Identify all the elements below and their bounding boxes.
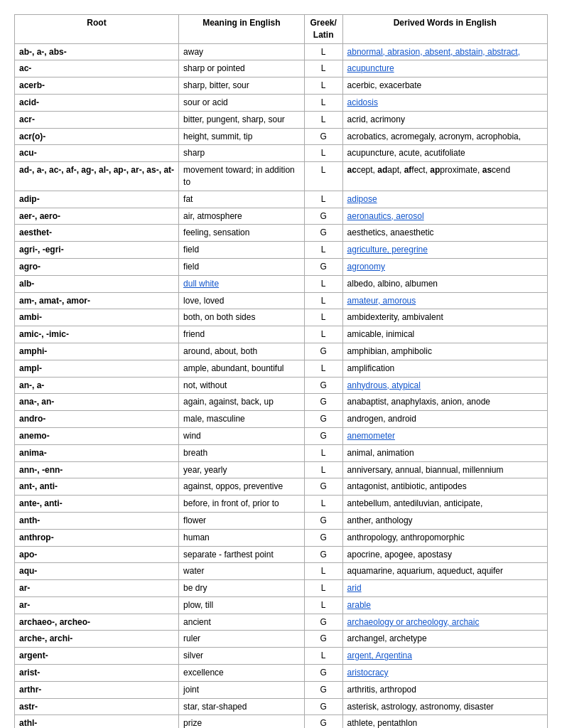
greek-latin-cell: G bbox=[304, 377, 342, 394]
derived-cell: aeronautics, aerosol bbox=[342, 208, 547, 225]
table-row: ana-, an-again, against, back, upGanabap… bbox=[15, 394, 548, 411]
derived-cell: animal, animation bbox=[342, 444, 547, 461]
table-row: anemo-windGanemometer bbox=[15, 427, 548, 444]
derived-cell: asterisk, astrology, astronomy, disaster bbox=[342, 698, 547, 715]
root-cell: agri-, -egri- bbox=[15, 242, 179, 259]
meaning-cell: field bbox=[179, 242, 305, 259]
root-cell: ad-, a-, ac-, af-, ag-, al-, ap-, ar-, a… bbox=[15, 162, 179, 191]
header-meaning: Meaning in English bbox=[179, 15, 305, 44]
table-row: ann-, -enn-year, yearlyLanniversary, ann… bbox=[15, 461, 548, 478]
root-cell: apo- bbox=[15, 546, 179, 563]
derived-cell: anthropology, anthropomorphic bbox=[342, 529, 547, 546]
table-row: am-, amat-, amor-love, lovedLamateur, am… bbox=[15, 292, 548, 309]
root-cell: aesthet- bbox=[15, 225, 179, 242]
derived-cell: acupuncture, acute, acutifoliate bbox=[342, 145, 547, 162]
root-cell: anima- bbox=[15, 444, 179, 461]
table-row: arist-excellenceGaristocracy bbox=[15, 665, 548, 682]
greek-latin-cell: G bbox=[304, 529, 342, 546]
derived-cell: acrid, acrimony bbox=[342, 111, 547, 128]
meaning-cell: feeling, sensation bbox=[179, 225, 305, 242]
table-row: amic-, -imic-friendLamicable, inimical bbox=[15, 326, 548, 343]
derived-cell: arable bbox=[342, 596, 547, 614]
derived-cell: acidosis bbox=[342, 94, 547, 111]
derived-cell: athlete, pentathlon bbox=[342, 715, 547, 728]
table-row: agri-, -egri-fieldLagriculture, peregrin… bbox=[15, 242, 548, 259]
greek-latin-cell: L bbox=[304, 94, 342, 111]
table-row: agro-fieldGagronomy bbox=[15, 258, 548, 275]
table-row: arthr-jointGarthritis, arthropod bbox=[15, 681, 548, 698]
table-row: ant-, anti-against, oppos, preventiveGan… bbox=[15, 478, 548, 496]
derived-cell: antagonist, antibiotic, antipodes bbox=[342, 478, 547, 496]
root-cell: acerb- bbox=[15, 77, 179, 95]
table-row: adip-fatLadipose bbox=[15, 191, 548, 208]
header-derived: Derived Words in English bbox=[342, 15, 547, 44]
derived-cell: amphibian, amphibolic bbox=[342, 343, 547, 360]
table-row: ampl-ample, abundant, bountifulLamplific… bbox=[15, 360, 548, 377]
greek-latin-cell: G bbox=[304, 512, 342, 529]
derived-cell: aesthetics, anaesthetic bbox=[342, 225, 547, 242]
greek-latin-cell: G bbox=[304, 478, 342, 496]
greek-latin-cell: G bbox=[304, 546, 342, 563]
greek-latin-cell: L bbox=[304, 191, 342, 208]
root-cell: am-, amat-, amor- bbox=[15, 292, 179, 309]
derived-cell: apocrine, apogee, apostasy bbox=[342, 546, 547, 563]
meaning-cell: breath bbox=[179, 444, 305, 461]
root-cell: ante-, anti- bbox=[15, 496, 179, 513]
root-cell: argent- bbox=[15, 648, 179, 665]
root-cell: andro- bbox=[15, 411, 179, 428]
meaning-cell: before, in front of, prior to bbox=[179, 496, 305, 513]
main-table: Root Meaning in English Greek/ Latin Der… bbox=[14, 14, 548, 728]
greek-latin-cell: G bbox=[304, 427, 342, 444]
root-cell: ambi- bbox=[15, 309, 179, 326]
table-row: acr(o)-height, summit, tipGacrobatics, a… bbox=[15, 128, 548, 145]
table-row: an-, a-not, withoutGanhydrous, atypical bbox=[15, 377, 548, 394]
table-row: argent-silverLargent, Argentina bbox=[15, 648, 548, 665]
table-row: ar-be dryLarid bbox=[15, 580, 548, 597]
root-cell: arthr- bbox=[15, 681, 179, 698]
table-row: anima-breathLanimal, animation bbox=[15, 444, 548, 461]
root-cell: archaeo-, archeo- bbox=[15, 614, 179, 631]
derived-cell: anemometer bbox=[342, 427, 547, 444]
derived-cell: archangel, archetype bbox=[342, 631, 547, 648]
greek-latin-cell: L bbox=[304, 77, 342, 95]
meaning-cell: movement toward; in addition to bbox=[179, 162, 305, 191]
meaning-cell: air, atmosphere bbox=[179, 208, 305, 225]
greek-latin-cell: L bbox=[304, 275, 342, 292]
table-row: ambi-both, on both sidesLambidexterity, … bbox=[15, 309, 548, 326]
table-row: anthrop-humanGanthropology, anthropomorp… bbox=[15, 529, 548, 546]
table-row: acid-sour or acidLacidosis bbox=[15, 94, 548, 111]
root-cell: agro- bbox=[15, 258, 179, 275]
greek-latin-cell: L bbox=[304, 145, 342, 162]
table-row: arche-, archi-rulerGarchangel, archetype bbox=[15, 631, 548, 648]
root-cell: arist- bbox=[15, 665, 179, 682]
derived-cell: aristocracy bbox=[342, 665, 547, 682]
root-cell: anemo- bbox=[15, 427, 179, 444]
meaning-cell: year, yearly bbox=[179, 461, 305, 478]
meaning-cell: sharp bbox=[179, 145, 305, 162]
meaning-cell: ample, abundant, bountiful bbox=[179, 360, 305, 377]
greek-latin-cell: G bbox=[304, 258, 342, 275]
table-row: acu-sharpLacupuncture, acute, acutifolia… bbox=[15, 145, 548, 162]
page: Root Meaning in English Greek/ Latin Der… bbox=[0, 0, 562, 728]
greek-latin-cell: L bbox=[304, 43, 342, 60]
table-row: ar-plow, tillLarable bbox=[15, 596, 548, 614]
derived-cell: arid bbox=[342, 580, 547, 597]
root-cell: acid- bbox=[15, 94, 179, 111]
table-row: archaeo-, archeo-ancientGarchaeology or … bbox=[15, 614, 548, 631]
greek-latin-cell: G bbox=[304, 631, 342, 648]
table-row: ad-, a-, ac-, af-, ag-, al-, ap-, ar-, a… bbox=[15, 162, 548, 191]
root-cell: ar- bbox=[15, 580, 179, 597]
greek-latin-cell: G bbox=[304, 698, 342, 715]
table-row: astr-star, star-shapedGasterisk, astrolo… bbox=[15, 698, 548, 715]
table-row: alb-dull whiteLalbedo, albino, albumen bbox=[15, 275, 548, 292]
table-row: aer-, aero-air, atmosphereGaeronautics, … bbox=[15, 208, 548, 225]
greek-latin-cell: L bbox=[304, 242, 342, 259]
derived-cell: amateur, amorous bbox=[342, 292, 547, 309]
derived-cell: aquamarine, aquarium, aqueduct, aquifer bbox=[342, 563, 547, 580]
derived-cell: arthritis, arthropod bbox=[342, 681, 547, 698]
greek-latin-cell: G bbox=[304, 208, 342, 225]
meaning-cell: be dry bbox=[179, 580, 305, 597]
root-cell: athl- bbox=[15, 715, 179, 728]
root-cell: amphi- bbox=[15, 343, 179, 360]
meaning-cell: flower bbox=[179, 512, 305, 529]
